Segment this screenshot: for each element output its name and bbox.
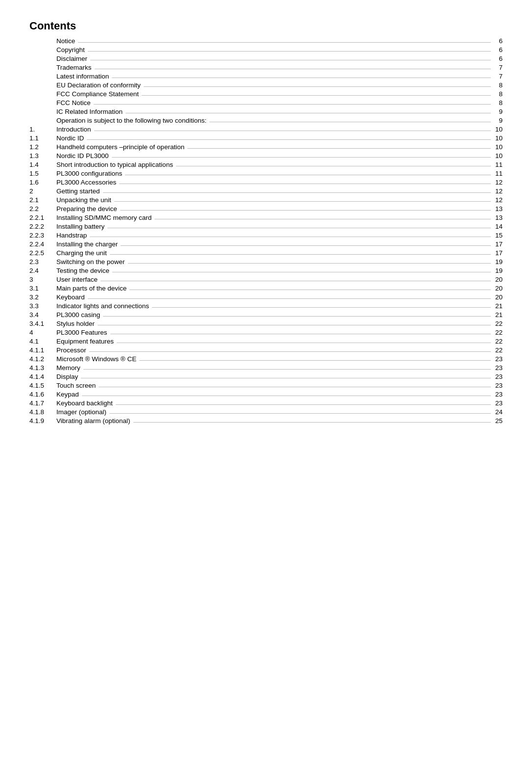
toc-entry: 1.3Nordic ID PL300010 xyxy=(29,152,503,159)
toc-fill xyxy=(117,343,491,343)
toc-fill xyxy=(112,272,491,272)
toc-fill xyxy=(142,95,491,96)
toc-fill xyxy=(94,131,491,131)
toc-entry: 4.1.9Vibrating alarm (optional)25 xyxy=(29,417,503,425)
toc-entry: 1.2Handheld computers –principle of oper… xyxy=(29,143,503,151)
toc-fill xyxy=(87,139,491,140)
toc-title: Display xyxy=(56,373,81,380)
toc-entry: FCC Notice8 xyxy=(29,99,503,106)
toc-number: 4.1.8 xyxy=(29,408,56,416)
toc-title: Touch screen xyxy=(56,382,99,389)
toc-title: Disclaimer xyxy=(56,55,90,62)
toc-title: PL3000 configurations xyxy=(56,170,125,177)
toc-page: 9 xyxy=(491,108,503,115)
toc-entry: Notice6 xyxy=(29,37,503,45)
toc-fill xyxy=(83,369,491,370)
toc-entry: 4.1.4Display23 xyxy=(29,373,503,380)
toc-page: 23 xyxy=(491,382,503,389)
toc-entry: IC Related Information9 xyxy=(29,108,503,115)
toc-number: 4.1.6 xyxy=(29,391,56,398)
toc-fill xyxy=(129,290,491,290)
toc-title: Nordic ID PL3000 xyxy=(56,152,112,159)
toc-fill xyxy=(209,122,491,122)
toc-title: PL3000 Accessories xyxy=(56,179,119,186)
toc-entry: 4.1.7Keyboard backlight23 xyxy=(29,399,503,407)
toc-title: PL3000 casing xyxy=(56,311,103,319)
toc-number: 2.2.2 xyxy=(29,223,56,230)
toc-fill xyxy=(103,316,491,317)
toc-entry: 4.1.3Memory23 xyxy=(29,364,503,372)
toc-title: Equipment features xyxy=(56,338,117,345)
toc-fill xyxy=(101,281,491,281)
toc-entry: 4.1Equipment features22 xyxy=(29,338,503,345)
toc-page: 24 xyxy=(491,408,503,416)
toc-fill xyxy=(98,325,491,325)
toc-entry: 3User interface20 xyxy=(29,276,503,283)
toc-number: 2.2.3 xyxy=(29,232,56,239)
toc-fill xyxy=(95,69,491,69)
toc-page: 10 xyxy=(491,126,503,133)
toc-number: 4 xyxy=(29,329,56,336)
toc-fill xyxy=(176,166,491,166)
toc-number: 4.1.9 xyxy=(29,417,56,425)
toc-page: 23 xyxy=(491,373,503,380)
toc-title: Latest information xyxy=(56,73,112,80)
toc-number: 3.1 xyxy=(29,285,56,292)
toc-fill xyxy=(88,51,491,52)
toc-number: 1.2 xyxy=(29,143,56,151)
toc-title: Main parts of the device xyxy=(56,285,129,292)
toc-entry: Copyright6 xyxy=(29,46,503,53)
toc-entry: 2.2.5Charging the unit17 xyxy=(29,249,503,257)
toc-title: Preparing the device xyxy=(56,205,120,212)
toc-title: IC Related Information xyxy=(56,108,126,115)
toc-page: 19 xyxy=(491,258,503,266)
toc-fill xyxy=(90,237,491,237)
toc-title: Nordic ID xyxy=(56,134,87,142)
toc-page: 21 xyxy=(491,311,503,319)
toc-page: 7 xyxy=(491,73,503,80)
toc-number: 3.4 xyxy=(29,311,56,319)
toc-page: 13 xyxy=(491,214,503,221)
toc-entry: 2.2.3Handstrap15 xyxy=(29,232,503,239)
toc-title: FCC Compliance Statement xyxy=(56,90,142,98)
toc-page: 6 xyxy=(491,46,503,53)
toc-page: 20 xyxy=(491,293,503,301)
toc-entry: 1.1Nordic ID10 xyxy=(29,134,503,142)
toc-number: 2 xyxy=(29,187,56,195)
toc-page: 8 xyxy=(491,99,503,106)
toc-page: 21 xyxy=(491,302,503,310)
toc-fill xyxy=(144,86,491,87)
toc-fill xyxy=(109,413,491,414)
toc-entry: 2Getting started12 xyxy=(29,187,503,195)
toc-title: Indicator lights and connections xyxy=(56,302,152,310)
toc-page: 12 xyxy=(491,196,503,204)
toc-number: 1.5 xyxy=(29,170,56,177)
toc-entry: 3.1Main parts of the device20 xyxy=(29,285,503,292)
toc-fill xyxy=(154,219,491,219)
toc-page: 10 xyxy=(491,143,503,151)
toc-fill xyxy=(152,307,491,308)
toc-entry: 3.2Keyboard20 xyxy=(29,293,503,301)
toc-entry: 4.1.1Processor22 xyxy=(29,346,503,354)
toc-fill xyxy=(116,404,491,405)
toc-fill xyxy=(139,360,491,361)
toc-title: Unpacking the unit xyxy=(56,196,114,204)
toc-title: Keyboard xyxy=(56,293,88,301)
toc-entry: 3.4PL3000 casing21 xyxy=(29,311,503,319)
toc-fill xyxy=(82,396,491,396)
toc-title: EU Declaration of conformity xyxy=(56,81,144,89)
toc-entry: 1.4Short introduction to typical applica… xyxy=(29,161,503,168)
toc-page: 22 xyxy=(491,346,503,354)
toc-page: 17 xyxy=(491,240,503,248)
toc-number: 1.1 xyxy=(29,134,56,142)
toc-page: 6 xyxy=(491,37,503,45)
toc-fill xyxy=(133,422,491,423)
toc-fill xyxy=(94,104,491,105)
toc-fill xyxy=(99,387,491,387)
toc-number: 4.1.7 xyxy=(29,399,56,407)
toc-entry: EU Declaration of conformity8 xyxy=(29,81,503,89)
toc-page: 20 xyxy=(491,285,503,292)
toc-fill xyxy=(128,263,491,264)
toc-fill xyxy=(119,184,491,184)
toc-page: 22 xyxy=(491,320,503,327)
